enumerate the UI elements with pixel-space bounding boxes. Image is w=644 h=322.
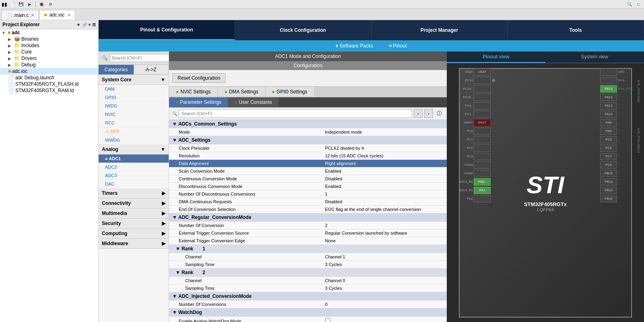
pin-pc8-box[interactable]: PC8 [600,144,617,152]
pin-row-pc2[interactable]: PC2 [459,144,491,152]
pin-pb14-box[interactable]: PB14 [600,178,617,186]
collapse-icon[interactable]: ▼ [76,23,80,27]
tree-binaries[interactable]: ▶ 📦 Binaries [0,36,98,42]
pin-pc6-box[interactable]: PC6 [600,161,617,169]
pin-pa11-box[interactable]: PA11 [600,102,617,109]
tree-ram-ld[interactable]: 📄 STM32F405RGTX_RAM.ld [0,87,98,94]
pin-pc7-box[interactable]: PC7 [600,153,617,160]
pin-row-pb14[interactable]: PB14 [600,178,632,186]
pin-row-pc1[interactable]: PC1 [459,136,491,144]
pin-pb12-box[interactable]: PB12 [600,195,617,202]
tab-pinout-view[interactable]: Pinout view [447,52,545,63]
pin-row-pa9[interactable]: PA9 [600,119,632,127]
pin-row-vca[interactable]: VCA... [600,76,632,85]
pin-vdda-box[interactable] [474,170,491,177]
pin-row-pb12[interactable]: PB12 [600,195,632,203]
pin-row-nrst[interactable]: NRST NRST [459,119,491,127]
pin-row-pc0[interactable]: PC0 [459,127,491,135]
param-data-alignment[interactable]: Data Alignment Right alignment [169,160,447,167]
tab-dma[interactable]: ● DMA Settings [218,87,265,97]
pin-row-pa13[interactable]: PA13 SYS_JTM... [600,85,632,93]
sub-iwdg[interactable]: IWDG [99,102,169,110]
param-num-discontinuous[interactable]: Number Of Discontinuous Conversions 1 [169,190,447,198]
param-mode[interactable]: Mode Independent mode [169,128,447,136]
param-enable-analog-wd[interactable]: Enable Analog WatchDog Mode [169,317,447,322]
section-watchdog[interactable]: ▼ WatchDog [169,308,447,317]
pin-row-ph0[interactable]: PH0.. [459,102,491,110]
pin-vssa-box[interactable] [474,161,491,169]
tree-adc-debug[interactable]: 📄 adc Debug.launch [0,74,98,81]
param-ext-trigger-source[interactable]: External Trigger Conversion Source Regul… [169,229,447,237]
sub-adc1[interactable]: ● ADC1 [99,155,169,163]
tree-drivers[interactable]: ▶ 📁 Drivers [0,55,98,62]
pin-pa13-box[interactable]: PA13 [600,85,617,93]
tab-categories[interactable]: Categories [99,65,134,74]
pin-vca-box[interactable] [600,77,617,84]
param-end-conversion[interactable]: End Of Conversion Selection EOC flag at … [169,206,447,213]
pin-pb15-box[interactable]: PB15 [600,170,617,177]
param-sampling2[interactable]: Sampling Time 3 Cycles [169,285,447,292]
category-timers[interactable]: Timers ▶ [99,188,169,198]
tree-core[interactable]: ▶ 📁 Core [0,49,98,55]
tab-nvic[interactable]: ● NVIC Settings [169,87,218,97]
pin-pc0-box[interactable] [474,128,491,135]
pin-pc15-box[interactable] [474,94,491,101]
param-num-conversion[interactable]: Number Of Conversion 2 [169,222,447,229]
tree-includes[interactable]: ▶ 📁 Includes [0,42,98,49]
pin-pc13-box[interactable] [474,77,491,84]
pin-row-pc15[interactable]: PC15.. [459,93,491,101]
nav-tools[interactable]: Tools [508,20,644,40]
sub-dac[interactable]: DAC [99,180,169,188]
settings-btn[interactable]: ⚙ [46,1,54,8]
tab-gpio[interactable]: ● GPIO Settings [265,87,314,97]
pin-row-vdd-r[interactable]: VDD [600,68,632,76]
pin-row-vssa[interactable]: VSSA [459,161,491,169]
pin-row-vdda[interactable]: VDDA [459,169,491,178]
section-adc-regular[interactable]: ▼ ADC_Regular_ConversionMode [169,213,447,222]
pin-adc1-in0-box[interactable]: PA0.. [474,178,491,186]
pin-vdd-r-box[interactable] [600,68,617,76]
pin-row-pc7[interactable]: PC7 [600,153,632,161]
filter-icon[interactable]: ▿ [89,23,91,27]
param-ext-trigger-edge[interactable]: External Trigger Conversion Edge None [169,237,447,245]
debug-btn[interactable]: 🐞 [37,1,45,8]
pin-row-pa2[interactable]: PA2 [459,195,491,203]
param-scan-conversion[interactable]: Scan Conversion Mode Enabled [169,167,447,175]
param-dma-continuous[interactable]: DMA Continuous Requests Disabled [169,198,447,206]
section-adc-settings[interactable]: ▼ ADC_Settings [169,136,447,144]
tree-adc-project[interactable]: ▼ ■ adc [0,29,98,36]
pin-pa10-box[interactable]: PA10 [600,111,617,118]
param-discontinuous-conversion[interactable]: Discontinuous Conversion Mode Enabled [169,183,447,190]
pin-adc1-in1-box[interactable]: PA1 [474,187,491,194]
link-icon[interactable]: 🔗 [82,23,87,27]
nav-project[interactable]: Project Manager [372,20,508,40]
tree-adc-ioc[interactable]: ■ adc.ioc [0,68,98,74]
sub-nav-software-packs[interactable]: ▾ Software Packs [336,43,373,49]
pin-pa8-box[interactable]: PA8 [600,128,617,135]
pin-vbat-box[interactable]: VBAT [474,68,491,76]
pin-ph1-box[interactable] [474,111,491,118]
category-security[interactable]: Security ▶ [99,219,169,229]
pin-row-pa11[interactable]: PA11 [600,102,632,110]
new-btn[interactable]: 📄 [8,1,16,8]
param-continuous-conversion[interactable]: Continuous Conversion Mode Disabled [169,175,447,183]
category-connectivity[interactable]: Connectivity ▶ [99,198,169,208]
pin-pc14-box[interactable] [474,85,491,93]
pin-row-adc1-in0[interactable]: ADC1_IN0 PA0.. [459,178,491,186]
pin-pc1-box[interactable] [474,136,491,143]
pin-row-pc14[interactable]: PC14.. [459,85,491,93]
param-channel2[interactable]: Channel Channel 0 [169,277,447,285]
pin-row-pb15[interactable]: PB15 [600,169,632,178]
pin-row-pb13[interactable]: PB13 [600,186,632,194]
pin-pa9-box[interactable]: PA9 [600,119,617,126]
search-prev-btn[interactable]: ‹ [414,109,423,118]
search-next-btn[interactable]: › [424,109,433,118]
pin-ph0-box[interactable] [474,102,491,109]
sub-sys[interactable]: ⚠ SYS [99,127,169,136]
pin-row-pc6[interactable]: PC6 [600,161,632,169]
sub-adc3[interactable]: ADC3 [99,171,169,180]
search-global-btn[interactable]: 🔍 [625,1,634,8]
info-icon[interactable]: ⓘ [435,109,444,118]
sub-rcc[interactable]: RCC [99,119,169,127]
pin-row-pa12[interactable]: PA12 [600,93,632,101]
